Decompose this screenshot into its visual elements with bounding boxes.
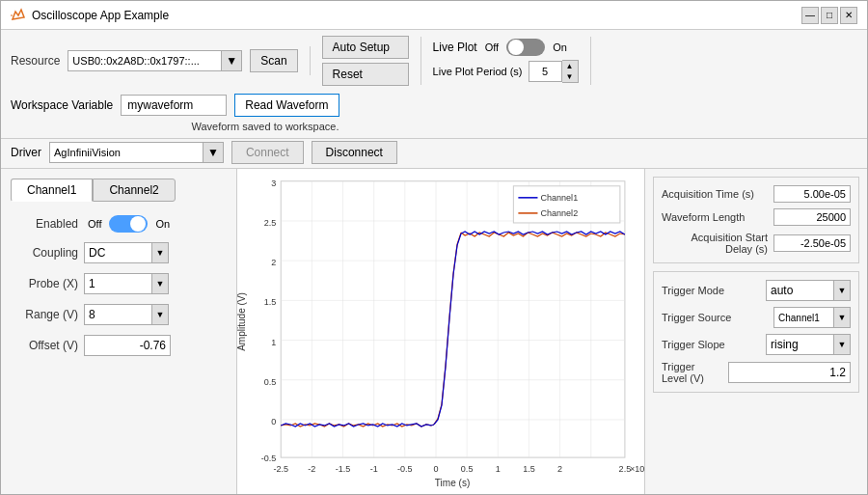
offset-input[interactable] <box>84 335 171 356</box>
x-axis-suffix: ×10⁻⁵ sec <box>630 464 644 474</box>
live-plot-label: Live Plot <box>433 41 477 54</box>
range-dropdown-arrow[interactable]: ▼ <box>151 304 169 325</box>
acq-time-label: Acquisition Time (s) <box>662 188 754 200</box>
x-tick-n15: -1.5 <box>336 464 351 474</box>
coupling-row: Coupling DC ▼ <box>11 242 227 263</box>
channel-content: Enabled Off On Coupling DC ▼ <box>11 211 227 360</box>
plot-area: 3 2.5 2 1.5 1 0.5 0 -0.5 -2.5 -2 -1.5 -1… <box>237 169 645 494</box>
offset-row: Offset (V) <box>11 335 227 356</box>
trigger-level-value[interactable] <box>728 362 851 383</box>
main-content: Channel1 Channel2 Enabled Off On Couplin… <box>1 169 867 494</box>
channel-enabled-toggle[interactable] <box>109 215 148 233</box>
divider-2 <box>420 37 421 85</box>
acquisition-info-box: Acquisition Time (s) Waveform Length Acq… <box>653 177 859 263</box>
coupling-label: Coupling <box>11 246 78 260</box>
coupling-dropdown-arrow[interactable]: ▼ <box>151 242 169 263</box>
workspace-variable-label: Workspace Variable <box>11 98 113 112</box>
resource-input[interactable] <box>68 50 222 71</box>
right-panel: Acquisition Time (s) Waveform Length Acq… <box>645 169 867 494</box>
x-tick-n1: -1 <box>370 464 378 474</box>
window-controls: — □ ✕ <box>801 7 857 24</box>
disconnect-button[interactable]: Disconnect <box>312 141 397 164</box>
y-tick-2: 2 <box>271 258 276 267</box>
probe-row: Probe (X) 1 ▼ <box>11 273 227 294</box>
trigger-source-dropdown-arrow[interactable]: ▼ <box>833 307 851 328</box>
workspace-variable-input[interactable] <box>121 95 227 116</box>
live-plot-period-label: Live Plot Period (s) <box>433 66 523 77</box>
x-tick-n05: -0.5 <box>397 464 413 474</box>
probe-label: Probe (X) <box>11 277 78 290</box>
acq-start-delay-value[interactable] <box>773 234 851 252</box>
plot-svg-container: 3 2.5 2 1.5 1 0.5 0 -0.5 -2.5 -2 -1.5 -1… <box>237 169 644 494</box>
trigger-source-value: Channel1 <box>773 307 833 328</box>
main-window: Oscilloscope App Example — □ ✕ Resource … <box>0 0 868 495</box>
coupling-select: DC ▼ <box>84 242 169 263</box>
enabled-on-label: On <box>155 218 170 230</box>
tab-channel1[interactable]: Channel1 <box>11 179 93 202</box>
trigger-level-label: Trigger Level (V) <box>662 361 722 384</box>
minimize-button[interactable]: — <box>801 7 819 24</box>
connect-button[interactable]: Connect <box>231 141 304 164</box>
x-tick-0: 0 <box>433 464 438 474</box>
trigger-box: Trigger Mode auto ▼ Trigger Source Chann… <box>653 271 859 393</box>
offset-label: Offset (V) <box>11 339 78 352</box>
toggle-knob <box>508 40 524 55</box>
driver-dropdown-arrow[interactable]: ▼ <box>203 142 224 163</box>
x-tick-1: 1 <box>496 464 501 474</box>
read-waveform-button[interactable]: Read Waveform <box>234 94 339 117</box>
trigger-mode-value: auto <box>766 280 833 301</box>
setup-controls: Auto Setup Reset <box>322 36 409 86</box>
trigger-slope-select: rising ▼ <box>766 334 851 355</box>
x-tick-15: 1.5 <box>523 464 535 474</box>
y-axis-label: Amplitude (V) <box>237 292 247 351</box>
acq-time-value[interactable] <box>773 185 851 203</box>
live-plot-period-input[interactable] <box>529 61 562 82</box>
period-spinbox-arrows: ▲ ▼ <box>562 60 579 83</box>
reset-button[interactable]: Reset <box>322 63 409 86</box>
trigger-slope-label: Trigger Slope <box>662 339 725 350</box>
left-panel: Channel1 Channel2 Enabled Off On Couplin… <box>1 169 237 494</box>
scan-button[interactable]: Scan <box>250 49 297 72</box>
trigger-mode-dropdown-arrow[interactable]: ▼ <box>833 280 851 301</box>
maximize-button[interactable]: □ <box>821 7 838 24</box>
close-button[interactable]: ✕ <box>840 7 857 24</box>
live-plot-period-row: Live Plot Period (s) ▲ ▼ <box>433 60 579 83</box>
y-tick-n05: -0.5 <box>261 454 277 463</box>
resource-dropdown-arrow[interactable]: ▼ <box>222 50 242 71</box>
trigger-slope-dropdown-arrow[interactable]: ▼ <box>833 334 851 355</box>
divider-1 <box>310 46 311 75</box>
enabled-off-label: Off <box>88 218 101 230</box>
resource-label: Resource <box>11 54 60 68</box>
probe-dropdown-arrow[interactable]: ▼ <box>151 273 169 294</box>
svg-marker-0 <box>13 10 24 19</box>
trigger-slope-value: rising <box>766 334 833 355</box>
y-tick-05: 0.5 <box>264 377 277 387</box>
range-value: 8 <box>84 304 151 325</box>
y-tick-0: 0 <box>271 417 276 426</box>
probe-value: 1 <box>84 273 151 294</box>
x-tick-2: 2 <box>557 464 562 474</box>
trigger-source-label: Trigger Source <box>662 312 731 323</box>
resource-combo: ▼ <box>68 50 242 71</box>
app-icon <box>11 8 26 23</box>
trigger-mode-row: Trigger Mode auto ▼ <box>662 280 851 301</box>
title-bar: Oscilloscope App Example — □ ✕ <box>1 1 867 30</box>
auto-setup-button[interactable]: Auto Setup <box>322 36 409 59</box>
range-row: Range (V) 8 ▼ <box>11 304 227 325</box>
title-bar-left: Oscilloscope App Example <box>11 8 169 23</box>
x-tick-05: 0.5 <box>461 464 474 474</box>
workspace-status: Waveform saved to workspace. <box>11 121 339 132</box>
waveform-length-value[interactable] <box>773 208 851 226</box>
driver-input[interactable] <box>49 142 203 163</box>
waveform-length-label: Waveform Length <box>662 211 745 223</box>
live-plot-toggle[interactable] <box>506 39 545 56</box>
divider-3 <box>590 37 591 85</box>
y-tick-3: 3 <box>271 179 276 188</box>
tab-channel2[interactable]: Channel2 <box>93 179 175 202</box>
legend-ch2-label: Channel2 <box>540 208 578 218</box>
trigger-source-select: Channel1 ▼ <box>773 307 851 328</box>
period-up-arrow[interactable]: ▲ <box>562 61 578 71</box>
live-plot-controls: Live Plot Off On Live Plot Period (s) ▲ … <box>433 39 579 83</box>
period-down-arrow[interactable]: ▼ <box>562 71 578 82</box>
y-tick-1: 1 <box>271 338 276 347</box>
